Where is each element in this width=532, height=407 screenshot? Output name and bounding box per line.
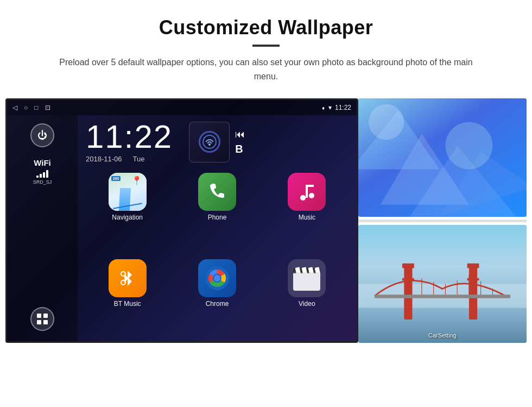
svg-point-7 <box>309 193 314 198</box>
device-mockup: ◁ ○ □ ⊡ ⬧ ▾ 11:22 ⏻ WiFi <box>5 98 527 343</box>
app-item-navigation[interactable]: 280 📍 Navigation <box>86 173 169 253</box>
status-bar-indicators: ⬧ ▾ 11:22 <box>321 104 351 111</box>
svg-point-11 <box>121 272 125 276</box>
status-bar: ◁ ○ □ ⊡ ⬧ ▾ 11:22 <box>7 100 357 115</box>
wifi-signal-bars <box>36 169 48 178</box>
app-label-chrome: Chrome <box>206 300 229 308</box>
prev-track-icon[interactable]: ⏮ <box>235 129 245 140</box>
recents-icon[interactable]: □ <box>34 104 38 111</box>
wallpaper-divider <box>358 220 527 222</box>
page-title: Customized Wallpaper <box>159 16 373 39</box>
status-time: 11:22 <box>335 104 351 111</box>
app-grid: 280 📍 Navigation <box>86 173 349 339</box>
svg-point-10 <box>121 280 125 285</box>
clock-section: 11:22 2018-11-06 Tue <box>86 121 349 167</box>
video-icon <box>288 259 326 297</box>
media-controls[interactable]: ⏮ B <box>235 129 245 155</box>
apps-grid-button[interactable] <box>30 307 54 331</box>
screen-content: ⏻ WiFi SRD_SJ <box>7 115 357 343</box>
svg-rect-38 <box>375 295 510 298</box>
app-item-music[interactable]: Music <box>265 173 349 253</box>
carsetting-label: CarSetting <box>428 332 457 339</box>
clock-widget: 11:22 2018-11-06 Tue <box>86 121 173 163</box>
wallpaper-bridge[interactable]: CarSetting <box>358 225 527 343</box>
svg-point-27 <box>369 104 404 140</box>
app-item-video[interactable]: Video <box>265 259 349 339</box>
svg-point-28 <box>445 122 492 170</box>
wifi-widget: WiFi SRD_SJ <box>33 158 52 185</box>
power-button[interactable]: ⏻ <box>30 123 54 147</box>
clock-date-value: 2018-11-06 <box>86 155 122 163</box>
wallpaper-stack: CarSetting <box>358 98 527 343</box>
navigation-icon: 280 📍 <box>109 173 147 211</box>
svg-point-5 <box>208 143 211 146</box>
svg-point-6 <box>300 195 306 201</box>
ice-texture <box>358 98 527 217</box>
btmusic-icon <box>109 259 147 297</box>
svg-rect-2 <box>37 320 41 324</box>
clock-date: 2018-11-06 Tue <box>86 155 144 163</box>
svg-rect-1 <box>43 314 48 318</box>
wifi-label: WiFi <box>34 158 51 167</box>
app-label-video: Video <box>299 300 315 308</box>
status-bar-nav-icons: ◁ ○ □ ⊡ <box>12 104 50 111</box>
app-label-btmusic: BT Music <box>114 300 141 308</box>
bridge-scene: CarSetting <box>358 225 527 343</box>
svg-rect-34 <box>402 263 414 268</box>
screenshot-icon[interactable]: ⊡ <box>45 104 50 111</box>
app-item-chrome[interactable]: Chrome <box>175 259 258 339</box>
next-label: B <box>235 143 245 155</box>
svg-rect-0 <box>37 314 41 318</box>
left-sidebar: ⏻ WiFi SRD_SJ <box>7 115 78 343</box>
svg-rect-9 <box>306 185 314 187</box>
chrome-icon <box>198 259 236 297</box>
app-label-music: Music <box>299 214 315 221</box>
signal-icon: ▾ <box>328 104 332 111</box>
back-icon[interactable]: ◁ <box>12 104 17 111</box>
title-divider <box>252 45 280 47</box>
home-icon[interactable]: ○ <box>24 104 28 111</box>
page-description: Preload over 5 default wallpaper options… <box>54 55 478 83</box>
android-screen: ◁ ○ □ ⊡ ⬧ ▾ 11:22 ⏻ WiFi <box>5 98 358 343</box>
phone-icon <box>198 173 236 211</box>
media-icon-box <box>189 122 230 162</box>
media-widget: ⏮ B <box>189 122 245 162</box>
svg-rect-35 <box>467 263 479 268</box>
app-label-navigation: Navigation <box>112 214 143 221</box>
location-icon: ⬧ <box>321 104 325 111</box>
clock-time: 11:22 <box>86 121 173 153</box>
wifi-ssid: SRD_SJ <box>33 179 52 185</box>
wifi-signal-icon <box>199 131 220 153</box>
svg-point-14 <box>214 275 220 281</box>
svg-rect-21 <box>293 272 320 291</box>
clock-day-value: Tue <box>133 155 145 163</box>
svg-rect-33 <box>469 266 477 320</box>
center-content: 11:22 2018-11-06 Tue <box>78 115 357 343</box>
music-icon <box>288 173 326 211</box>
wallpaper-ice[interactable] <box>358 98 527 217</box>
app-label-phone: Phone <box>208 214 227 221</box>
svg-rect-3 <box>43 320 48 324</box>
app-item-phone[interactable]: Phone <box>175 173 258 253</box>
app-item-btmusic[interactable]: BT Music <box>86 259 169 339</box>
